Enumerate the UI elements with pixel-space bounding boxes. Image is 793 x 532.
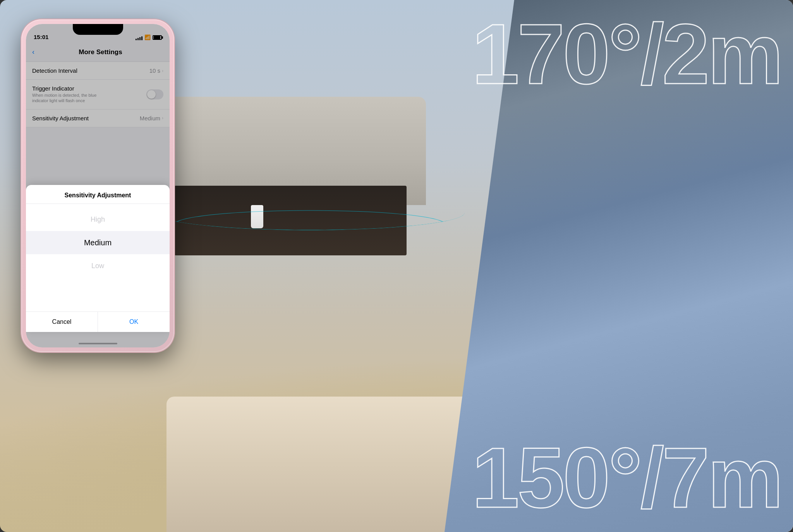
picker-buttons: Cancel OK xyxy=(26,311,170,332)
sensitivity-picker-sheet: Sensitivity Adjustment High Medium Low xyxy=(26,185,170,332)
picker-option-medium[interactable]: Medium xyxy=(26,231,170,254)
phone: 15:01 📶 xyxy=(21,19,174,352)
picker-option-low[interactable]: Low xyxy=(26,254,170,277)
phone-screen: 15:01 📶 xyxy=(26,24,170,347)
picker-options: High Medium Low xyxy=(26,204,170,281)
cancel-button[interactable]: Cancel xyxy=(26,312,98,332)
detection-arc xyxy=(155,195,465,230)
background-rug xyxy=(166,397,476,532)
ok-button[interactable]: OK xyxy=(98,312,170,332)
sheet-title: Sensitivity Adjustment xyxy=(26,185,170,204)
phone-body: 15:01 📶 xyxy=(21,19,174,352)
picker-option-high[interactable]: High xyxy=(26,208,170,231)
scene: 170°/2m 150°/7m 15:01 xyxy=(0,0,793,532)
